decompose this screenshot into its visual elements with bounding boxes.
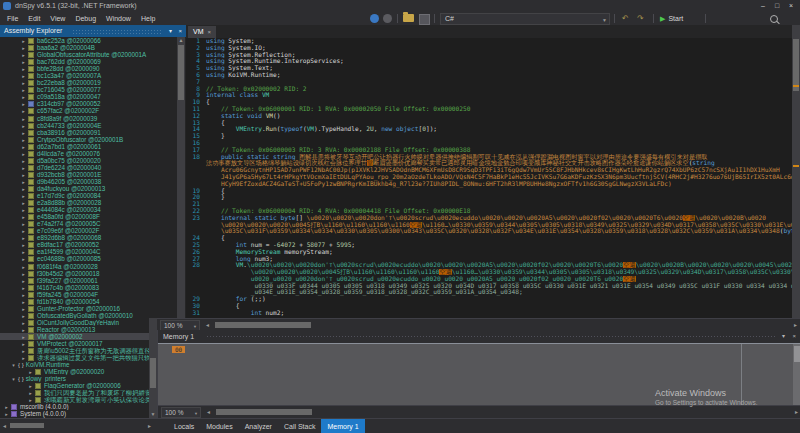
tree-item[interactable]: ▸c8fd8a9f @02000039 [0,115,186,122]
tab-call-stack[interactable]: Call Stack [278,419,322,433]
tree-item[interactable]: ▸fd1b7840 @02000054 [0,298,186,305]
tree-item[interactable]: ▸c314cb97 @02000052 [0,100,186,107]
tree-item[interactable]: ▸d4llcda7e @02000076 [0,150,186,157]
expander-icon[interactable]: ▸ [20,123,27,129]
tree-item[interactable]: ▸bac762dd @02000069 [0,58,186,65]
tree-scrollbar-vertical[interactable]: ▲ [177,37,185,318]
tree-item[interactable]: ▸e2a8d88b @02000028 [0,199,186,206]
tree-item[interactable]: ▸e17d7d9c @02000084 [0,192,186,199]
expander-icon[interactable]: ▸ [20,271,27,277]
expander-icon[interactable]: ▸ [20,264,27,270]
scrollbar-thumb[interactable] [216,409,312,415]
tree-item[interactable]: ▸e7c09e6f @0200002F [0,227,186,234]
tab-modules[interactable]: Modules [200,419,238,433]
back-icon[interactable] [370,14,379,23]
expander-icon[interactable]: ▸ [20,299,27,305]
close-button[interactable]: × [784,0,798,12]
tree-item[interactable]: ▸f59fa245 @0200004F [0,291,186,298]
expander-icon[interactable]: ▸ [20,144,27,150]
tab-close-icon[interactable]: × [208,29,212,35]
expander-icon[interactable]: ▾ [10,362,17,368]
pin-icon[interactable]: ▾ [169,25,172,37]
forward-icon[interactable] [383,14,392,23]
tree-item[interactable]: ▸CrytpoObfuscator @0200001B [0,136,186,143]
tree-item[interactable]: ▸GlobalObfuscatorAttribute @0200001A [0,51,186,58]
scrollbar-thumb[interactable] [10,423,44,428]
expander-icon[interactable]: ▸ [20,116,27,122]
expander-icon[interactable]: ▸ [20,256,27,262]
expander-icon[interactable]: ▸ [20,137,27,143]
tree-item[interactable]: ▸f4167c4b @02000083 [0,284,186,291]
tree-item[interactable]: ▸ec04688b @02000085 [0,255,186,262]
expander-icon[interactable]: ▾ [10,376,17,382]
tree-item[interactable]: ▸cba38916 @02000091 [0,129,186,136]
scrollbar-thumb[interactable] [150,358,156,388]
code-view[interactable]: 1using System;2using System.IO;3using Sy… [186,38,792,318]
memory-scrollbar-vertical[interactable] [793,344,800,406]
memory-selected-byte[interactable]: 00 [172,346,185,353]
scroll-down-icon[interactable]: ▼ [149,411,157,418]
tree-scrollbar-horizontal[interactable]: ◄ ► [0,422,157,430]
tree-item[interactable]: ▸f39fa227 @02000061 [0,277,186,284]
menu-debug[interactable]: Debug [70,12,101,25]
save-module-icon[interactable] [419,14,430,25]
menu-window[interactable]: Window [101,12,136,25]
tree-item[interactable]: ▸ba6c252a @02000066 [0,37,186,44]
expander-icon[interactable]: ▸ [20,313,27,319]
pin-icon[interactable]: ▾ [782,330,785,343]
close-icon[interactable]: × [792,330,796,343]
tree-item[interactable]: ▸c657fac2 @0200002F [0,107,186,114]
tree-item[interactable]: ▸d9b46205 @02000038 [0,178,186,185]
tab-analyzer[interactable]: Analyzer [239,419,278,433]
tree-item[interactable]: ▸e444084c @02000034 [0,206,186,213]
navigate-back-icon[interactable]: ↶ [622,14,629,23]
tree-item[interactable]: ▸c09a518a @02000047 [0,93,186,100]
tree-item[interactable]: ▸e8dfac17 @02000052 [0,241,186,248]
navigate-forward-icon[interactable]: ↷ [637,14,644,23]
tree-item[interactable]: ▸f30b45d2 @02000018 [0,270,186,277]
open-folder-icon[interactable] [403,14,414,22]
language-select[interactable]: C# ▼ [440,13,610,25]
menu-help[interactable]: Help [136,12,160,25]
tree-item[interactable]: ▸e892d6b8 @02000068 [0,234,186,241]
scroll-right-icon[interactable]: ► [147,422,152,430]
expander-icon[interactable]: ▸ [20,151,27,157]
expander-icon[interactable]: ▸ [20,292,27,298]
expander-icon[interactable]: ▸ [20,278,27,284]
tree-item[interactable]: ▸da4fuckyou @02000013 [0,185,186,192]
tree-item[interactable]: ▸e458a0fd @0200008F [0,213,186,220]
tree-item[interactable]: ▸baa6a2 @0200004B [0,44,186,51]
menu-view[interactable]: View [45,12,70,25]
expander-icon[interactable]: ▸ [20,285,27,291]
tree-item[interactable]: ▸d5a0bc75 @02000020 [0,157,186,164]
tree-scrollbar-vertical-lower[interactable]: ▼ [149,318,157,418]
tab-vm[interactable]: VM× [188,26,216,38]
scroll-up-icon[interactable]: ▲ [177,37,185,44]
scrollbar-thumb[interactable] [794,346,800,362]
expander-icon[interactable]: ▸ [20,108,27,114]
scroll-right-icon[interactable]: ► [794,409,799,416]
scrollbar-thumb[interactable] [793,39,799,91]
tree-item[interactable]: ▸bc22eba8 @02000019 [0,79,186,86]
menu-edit[interactable]: Edit [23,12,45,25]
restore-button[interactable]: □ [770,0,784,12]
scroll-left-icon[interactable]: ◄ [2,422,7,430]
tab-memory-1[interactable]: Memory 1 [321,419,364,433]
tab-locals[interactable]: Locals [168,419,200,433]
start-button[interactable]: ▶Start [660,13,683,24]
tree-item[interactable]: ▸d62a7bd1 @02000061 [0,143,186,150]
menu-file[interactable]: File [2,12,23,25]
editor-scrollbar-vertical[interactable] [792,25,800,318]
memory-zoom-select[interactable]: 100 % ▼ [161,407,201,418]
tree-item[interactable]: ▸d932bcb8 @0200001E [0,171,186,178]
expander-icon[interactable]: ▸ [20,306,27,312]
close-icon[interactable]: × [178,25,182,37]
scrollbar-thumb[interactable] [215,322,311,328]
expander-icon[interactable]: ▸ [3,411,10,417]
scroll-right-icon[interactable]: ► [793,322,798,329]
tree-item[interactable]: ▸e74a2f74 @0200005C [0,220,186,227]
tree-item[interactable]: ▸bbfe28dd @02000090 [0,65,186,72]
code-editor[interactable]: VM× 1using System;2using System.IO;3usin… [186,25,800,318]
scroll-left-icon[interactable]: ◄ [205,322,210,329]
tree-item[interactable]: ▸ea1f4599 @0200004C [0,248,186,255]
